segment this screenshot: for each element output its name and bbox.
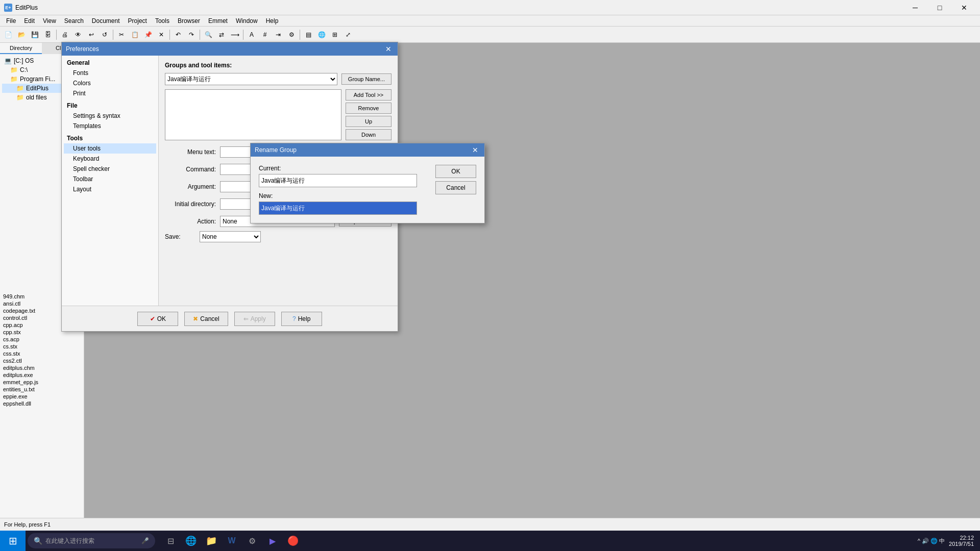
cat-settings-syntax[interactable]: Settings & syntax bbox=[64, 111, 156, 121]
sidebar-tab-directory[interactable]: Directory bbox=[0, 43, 42, 54]
down-button[interactable]: Down bbox=[346, 129, 391, 140]
menu-file[interactable]: File bbox=[2, 16, 20, 26]
preferences-apply-button[interactable]: ⇐ Apply bbox=[234, 312, 275, 326]
preferences-cancel-button[interactable]: ✖ Cancel bbox=[184, 312, 228, 326]
cat-templates[interactable]: Templates bbox=[64, 121, 156, 131]
tool-list[interactable] bbox=[165, 89, 341, 140]
preferences-ok-button[interactable]: ✔ OK bbox=[137, 312, 178, 326]
copy-button[interactable]: 📋 bbox=[129, 29, 141, 41]
cat-general[interactable]: General bbox=[64, 58, 156, 68]
file-item-editpluschm[interactable]: editplus.chm bbox=[1, 364, 83, 371]
folder-icon: 📁 bbox=[10, 76, 18, 83]
menu-search[interactable]: Search bbox=[60, 16, 88, 26]
editor-button[interactable]: ▤ bbox=[302, 29, 314, 41]
cat-colors[interactable]: Colors bbox=[64, 78, 156, 88]
file-item-eppshell[interactable]: eppshell.dll bbox=[1, 400, 83, 407]
cat-fonts[interactable]: Fonts bbox=[64, 68, 156, 78]
cat-keyboard[interactable]: Keyboard bbox=[64, 154, 156, 164]
menu-emmet[interactable]: Emmet bbox=[204, 16, 232, 26]
file-item-css2ctl[interactable]: css2.ctl bbox=[1, 357, 83, 364]
paste-button[interactable]: 📌 bbox=[142, 29, 154, 41]
group-name-button[interactable]: Group Name... bbox=[341, 73, 391, 85]
print-preview-button[interactable]: 👁 bbox=[72, 29, 84, 41]
group-select[interactable]: Java编译与运行 bbox=[165, 73, 337, 85]
toolbar-extra[interactable]: ⤢ bbox=[342, 29, 354, 41]
menu-browser[interactable]: Browser bbox=[174, 16, 204, 26]
toolbar: 📄 📂 💾 🗄 🖨 👁 ↩ ↺ ✂ 📋 📌 ✕ ↶ ↷ 🔍 ⇄ ⟶ A # ⇥ … bbox=[0, 27, 980, 43]
cat-spell-checker[interactable]: Spell checker bbox=[64, 164, 156, 174]
taskbar-icon-task-view[interactable]: ⊟ bbox=[161, 532, 180, 550]
mic-icon: 🎤 bbox=[141, 537, 149, 544]
taskbar-icon-player[interactable]: ▶ bbox=[263, 532, 282, 550]
rename-cancel-button[interactable]: Cancel bbox=[435, 181, 476, 194]
rename-close-button[interactable]: ✕ bbox=[470, 145, 480, 155]
menu-tools[interactable]: Tools bbox=[151, 16, 174, 26]
file-item-eppie[interactable]: eppie.exe bbox=[1, 393, 83, 400]
settings-button[interactable]: ⚙ bbox=[285, 29, 298, 41]
group-row: Java编译与运行 Group Name... bbox=[165, 73, 391, 85]
maximize-button[interactable]: □ bbox=[928, 0, 951, 15]
redo-button[interactable]: ↷ bbox=[185, 29, 198, 41]
up-button[interactable]: Up bbox=[346, 116, 391, 127]
browser-button[interactable]: 🌐 bbox=[315, 29, 328, 41]
menu-window[interactable]: Window bbox=[232, 16, 262, 26]
file-item-emmet[interactable]: emmet_epp.js bbox=[1, 379, 83, 386]
minimize-button[interactable]: ─ bbox=[903, 0, 927, 15]
cat-toolbar[interactable]: Toolbar bbox=[64, 174, 156, 184]
undo-button[interactable]: ↶ bbox=[172, 29, 184, 41]
save-all-button[interactable]: 🗄 bbox=[42, 29, 54, 41]
file-item-entities[interactable]: entities_u.txt bbox=[1, 386, 83, 393]
replace-button[interactable]: ⇄ bbox=[215, 29, 228, 41]
cut-button[interactable]: ✂ bbox=[115, 29, 128, 41]
find-next-button[interactable]: ⟶ bbox=[229, 29, 241, 41]
new-input[interactable] bbox=[259, 202, 417, 215]
preferences-help-button[interactable]: ? Help bbox=[281, 312, 322, 326]
preferences-close-button[interactable]: ✕ bbox=[383, 44, 394, 54]
cat-tools[interactable]: Tools bbox=[64, 133, 156, 143]
current-input[interactable] bbox=[259, 174, 417, 187]
taskbar-icon-word[interactable]: W bbox=[223, 532, 241, 550]
format-button[interactable]: # bbox=[259, 29, 271, 41]
menu-edit[interactable]: Edit bbox=[20, 16, 39, 26]
rename-ok-button[interactable]: OK bbox=[435, 165, 476, 178]
toolbar-btn-3[interactable]: ↩ bbox=[85, 29, 97, 41]
save-row: Save: None bbox=[165, 231, 391, 242]
current-label: Current: bbox=[259, 165, 429, 172]
rename-fields: Current: New: bbox=[259, 165, 429, 215]
delete-button[interactable]: ✕ bbox=[155, 29, 167, 41]
file-item-editplusexe[interactable]: editplus.exe bbox=[1, 371, 83, 379]
save-select[interactable]: None bbox=[200, 231, 261, 242]
split-button[interactable]: ⊞ bbox=[329, 29, 341, 41]
font-button[interactable]: A bbox=[246, 29, 258, 41]
command-label: Command: bbox=[165, 166, 216, 173]
taskbar-icon-red[interactable]: 🔴 bbox=[284, 532, 302, 550]
file-item-cssstx[interactable]: css.stx bbox=[1, 350, 83, 357]
cat-user-tools[interactable]: User tools bbox=[64, 143, 156, 154]
find-button[interactable]: 🔍 bbox=[202, 29, 214, 41]
taskbar-search-input[interactable] bbox=[45, 537, 138, 544]
save-button[interactable]: 💾 bbox=[29, 29, 41, 41]
file-item-csstx[interactable]: cs.stx bbox=[1, 343, 83, 350]
taskbar-icon-explorer[interactable]: 📁 bbox=[202, 532, 220, 550]
print-button[interactable]: 🖨 bbox=[59, 29, 71, 41]
menu-view[interactable]: View bbox=[39, 16, 60, 26]
tool-area: Add Tool >> Remove Up Down bbox=[165, 89, 391, 140]
menu-project[interactable]: Project bbox=[124, 16, 151, 26]
preferences-title-bar: Preferences ✕ bbox=[62, 42, 398, 56]
taskbar-icon-ie[interactable]: 🌐 bbox=[182, 532, 200, 550]
refresh-button[interactable]: ↺ bbox=[99, 29, 111, 41]
file-item-csacp[interactable]: cs.acp bbox=[1, 336, 83, 343]
open-button[interactable]: 📂 bbox=[15, 29, 28, 41]
cat-layout[interactable]: Layout bbox=[64, 184, 156, 194]
new-button[interactable]: 📄 bbox=[2, 29, 14, 41]
cat-print[interactable]: Print bbox=[64, 88, 156, 98]
menu-document[interactable]: Document bbox=[88, 16, 124, 26]
indent-button[interactable]: ⇥ bbox=[272, 29, 284, 41]
remove-button[interactable]: Remove bbox=[346, 103, 391, 114]
add-tool-button[interactable]: Add Tool >> bbox=[346, 89, 391, 101]
start-button[interactable]: ⊞ bbox=[0, 531, 26, 551]
taskbar-icon-settings[interactable]: ⚙ bbox=[243, 532, 261, 550]
menu-help[interactable]: Help bbox=[262, 16, 283, 26]
cat-file[interactable]: File bbox=[64, 101, 156, 111]
close-button[interactable]: ✕ bbox=[952, 0, 976, 15]
